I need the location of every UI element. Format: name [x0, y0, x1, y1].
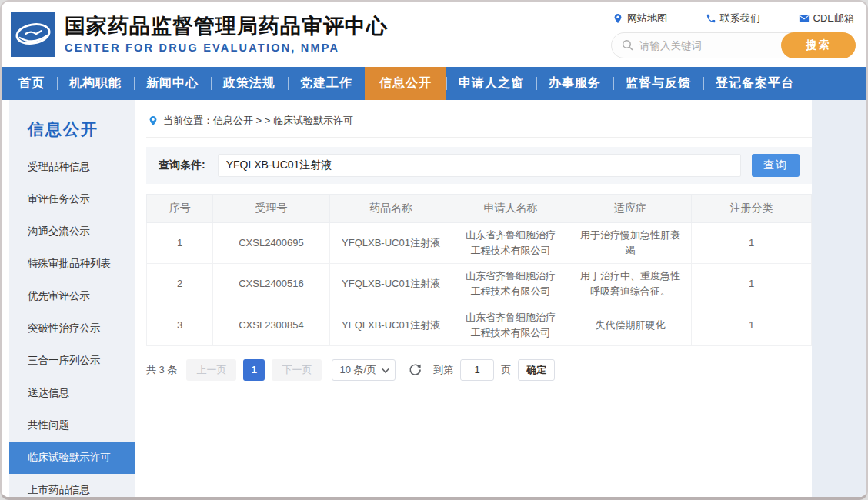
nav-item-info-disclosure[interactable]: 信息公开 — [365, 67, 446, 100]
query-button[interactable]: 查询 — [752, 154, 800, 177]
table-row: 3 CXSL2300854 YFQLXB-UC01注射液 山东省齐鲁细胞治疗工程… — [147, 305, 812, 345]
search-button[interactable]: 搜索 — [781, 32, 856, 58]
query-label: 查询条件: — [159, 158, 205, 172]
sidebar-item-accepted-varieties[interactable]: 受理品种信息 — [9, 151, 135, 183]
jump-page-input[interactable] — [460, 359, 494, 381]
confirm-button[interactable]: 确定 — [518, 359, 555, 381]
cell-indication: 失代偿期肝硬化 — [569, 305, 692, 345]
sidebar-item-marketed-drugs[interactable]: 上市药品信息 — [9, 474, 135, 500]
col-header-acceptance-no: 受理号 — [213, 195, 329, 223]
cell-applicant: 山东省齐鲁细胞治疗工程技术有限公司 — [452, 305, 569, 345]
breadcrumb: 当前位置：信息公开 > > 临床试验默示许可 — [146, 111, 812, 138]
sidebar-item-common-issues[interactable]: 共性问题 — [9, 409, 135, 442]
results-table: 序号 受理号 药品名称 申请人名称 适应症 注册分类 1 CXSL2400695… — [146, 194, 812, 346]
sidebar-item-special-approval[interactable]: 特殊审批品种列表 — [9, 248, 135, 280]
phone-icon — [706, 13, 716, 24]
sidebar-item-review-tasks[interactable]: 审评任务公示 — [9, 183, 135, 215]
site-subtitle: CENTER FOR DRUG EVALUATION, NMPA — [65, 42, 388, 54]
cell-drug-name: YFQLXB-UC01注射液 — [329, 264, 452, 305]
sidebar-item-clinical-trial-implied-license[interactable]: 临床试验默示许可 — [9, 442, 135, 474]
jump-to-label: 到第 — [433, 363, 453, 377]
header: 国家药品监督管理局药品审评中心 CENTER FOR DRUG EVALUATI… — [2, 2, 866, 67]
search-icon — [621, 38, 634, 52]
nav-item-news[interactable]: 新闻中心 — [134, 67, 211, 100]
col-header-registration-class: 注册分类 — [692, 195, 812, 223]
nav-item-services[interactable]: 办事服务 — [536, 67, 613, 100]
cell-seq: 1 — [147, 223, 213, 264]
nav-item-registration-platform[interactable]: 登记备案平台 — [703, 67, 806, 100]
next-page-button[interactable]: 下一页 — [272, 359, 322, 381]
query-input[interactable] — [218, 154, 741, 177]
col-header-seq: 序号 — [147, 195, 213, 223]
header-right: 网站地图 联系我们 CDE邮箱 搜索 — [611, 10, 856, 58]
col-header-indication: 适应症 — [569, 195, 692, 223]
page-body: 信息公开 受理品种信息 审评任务公示 沟通交流公示 特殊审批品种列表 优先审评公… — [2, 100, 866, 500]
col-header-applicant: 申请人名称 — [452, 195, 569, 223]
cell-seq: 2 — [147, 264, 213, 305]
right-strip — [812, 100, 866, 500]
nav-item-supervision[interactable]: 监督与反馈 — [613, 67, 703, 100]
cell-drug-name: YFQLXB-UC01注射液 — [329, 223, 452, 264]
cell-drug-name: YFQLXB-UC01注射液 — [329, 305, 452, 345]
mailbox-link[interactable]: CDE邮箱 — [799, 12, 854, 25]
page-number-button[interactable]: 1 — [243, 359, 265, 381]
location-pin-icon — [613, 13, 623, 24]
cell-acceptance-no: CXSL2300854 — [213, 305, 329, 345]
nav-item-home[interactable]: 首页 — [6, 67, 57, 100]
cde-logo-icon — [11, 12, 55, 57]
cell-indication: 用于治疗中、重度急性呼吸窘迫综合征。 — [569, 264, 692, 305]
page: 国家药品监督管理局药品审评中心 CENTER FOR DRUG EVALUATI… — [0, 0, 868, 500]
table-row: 2 CXSL2400516 YFQLXB-UC01注射液 山东省齐鲁细胞治疗工程… — [147, 264, 812, 305]
jump-unit-label: 页 — [501, 363, 511, 377]
cell-registration-class: 1 — [692, 223, 812, 264]
sidebar: 信息公开 受理品种信息 审评任务公示 沟通交流公示 特殊审批品种列表 优先审评公… — [9, 100, 135, 500]
mailbox-label: CDE邮箱 — [813, 12, 854, 25]
cell-acceptance-no: CXSL2400516 — [213, 264, 329, 305]
mail-icon — [799, 13, 810, 24]
cell-registration-class: 1 — [692, 305, 812, 345]
sidebar-item-three-in-one[interactable]: 三合一序列公示 — [9, 345, 135, 377]
page-size-value: 10 条/页 — [339, 364, 376, 375]
breadcrumb-text: 当前位置：信息公开 > > 临床试验默示许可 — [163, 114, 353, 128]
sidebar-item-priority-review[interactable]: 优先审评公示 — [9, 280, 135, 312]
cell-seq: 3 — [147, 305, 213, 345]
main-content: 当前位置：信息公开 > > 临床试验默示许可 查询条件: 查询 序号 受理号 药… — [146, 100, 812, 500]
cell-indication: 用于治疗慢加急性肝衰竭 — [569, 223, 692, 264]
left-gap — [2, 100, 9, 500]
main-nav: 首页 机构职能 新闻中心 政策法规 党建工作 信息公开 申请人之窗 办事服务 监… — [2, 67, 866, 100]
col-header-drug-name: 药品名称 — [329, 195, 452, 223]
sidebar-title: 信息公开 — [9, 118, 135, 140]
top-links: 网站地图 联系我们 CDE邮箱 — [611, 12, 856, 25]
mid-gap — [135, 100, 146, 500]
sitemap-label: 网站地图 — [627, 12, 667, 25]
site-search: 搜索 — [611, 32, 856, 58]
cell-acceptance-no: CXSL2400695 — [213, 223, 329, 264]
location-pin-icon — [148, 115, 159, 126]
nav-item-functions[interactable]: 机构职能 — [57, 67, 134, 100]
contact-link[interactable]: 联系我们 — [706, 12, 760, 25]
site-title: 国家药品监督管理局药品审评中心 — [65, 15, 388, 38]
prev-page-button[interactable]: 上一页 — [186, 359, 236, 381]
pagination-total: 共 3 条 — [146, 363, 177, 377]
contact-label: 联系我们 — [720, 12, 760, 25]
cell-applicant: 山东省齐鲁细胞治疗工程技术有限公司 — [452, 264, 569, 305]
chevron-down-icon — [382, 368, 389, 374]
cell-registration-class: 1 — [692, 264, 812, 305]
nav-item-policies[interactable]: 政策法规 — [211, 67, 288, 100]
sidebar-item-communication[interactable]: 沟通交流公示 — [9, 215, 135, 248]
query-panel: 查询条件: 查询 — [146, 147, 812, 184]
nav-item-party[interactable]: 党建工作 — [288, 67, 365, 100]
sidebar-item-delivery-info[interactable]: 送达信息 — [9, 377, 135, 409]
brand: 国家药品监督管理局药品审评中心 CENTER FOR DRUG EVALUATI… — [65, 15, 388, 54]
pagination: 共 3 条 上一页 1 下一页 10 条/页 到第 页 确定 — [146, 359, 812, 381]
cell-applicant: 山东省齐鲁细胞治疗工程技术有限公司 — [452, 223, 569, 264]
table-header-row: 序号 受理号 药品名称 申请人名称 适应症 注册分类 — [147, 195, 812, 223]
table-row: 1 CXSL2400695 YFQLXB-UC01注射液 山东省齐鲁细胞治疗工程… — [147, 223, 812, 264]
nav-item-applicant-window[interactable]: 申请人之窗 — [446, 67, 536, 100]
page-size-select[interactable]: 10 条/页 — [332, 359, 396, 381]
refresh-icon[interactable] — [409, 363, 422, 376]
sidebar-item-breakthrough-therapy[interactable]: 突破性治疗公示 — [9, 312, 135, 345]
sitemap-link[interactable]: 网站地图 — [613, 12, 667, 25]
